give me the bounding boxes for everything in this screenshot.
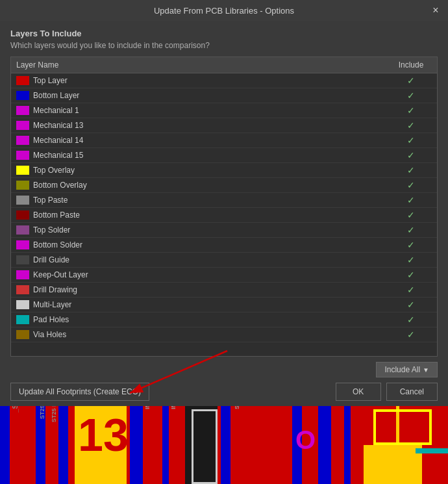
- cancel-button[interactable]: Cancel: [386, 383, 438, 401]
- layer-rows: Top Layer ✓ Bottom Layer ✓ Mechanical 1 …: [11, 73, 437, 342]
- include-checkbox-cell[interactable]: ✓: [385, 298, 437, 312]
- layer-color-swatch: [16, 106, 29, 115]
- layer-color-swatch: [16, 285, 29, 294]
- layer-color-swatch: [16, 196, 29, 205]
- table-row[interactable]: Drill Guide ✓: [11, 253, 437, 268]
- check-icon: ✓: [407, 180, 415, 190]
- close-button[interactable]: ×: [430, 5, 442, 16]
- pcb-text-label: INK_: [144, 406, 151, 409]
- include-checkbox-cell[interactable]: ✓: [385, 133, 437, 148]
- layer-color-swatch: [16, 300, 29, 309]
- table-row[interactable]: Drill Drawing ✓: [11, 283, 437, 298]
- section-desc: Which layers would you like to include i…: [10, 41, 438, 50]
- pcb-text-label: _SCL: [12, 406, 19, 413]
- pcb-stripe: [221, 406, 230, 484]
- table-row[interactable]: Top Paste ✓: [11, 193, 437, 208]
- include-checkbox-cell[interactable]: ✓: [385, 88, 437, 103]
- include-checkbox-cell[interactable]: ✓: [385, 148, 437, 163]
- layer-name-text: Mechanical 13: [33, 121, 83, 130]
- layer-name-text: Top Paste: [33, 196, 68, 205]
- include-checkbox-cell[interactable]: ✓: [385, 73, 437, 88]
- table-row[interactable]: Via Holes ✓: [11, 327, 437, 342]
- layer-name-text: Top Overlay: [33, 166, 75, 175]
- include-checkbox-cell[interactable]: ✓: [385, 178, 437, 193]
- layer-color-swatch: [16, 181, 29, 190]
- ok-cancel-group: OK Cancel: [336, 383, 438, 401]
- layer-color-swatch: [16, 121, 29, 130]
- layer-name-text: Bottom Solder: [33, 240, 82, 249]
- pcb-outline-yellow: [373, 409, 432, 445]
- include-checkbox-cell[interactable]: ✓: [385, 253, 437, 268]
- include-checkbox-cell[interactable]: ✓: [385, 163, 437, 178]
- layer-color-swatch: [16, 255, 29, 264]
- check-icon: ✓: [407, 75, 415, 86]
- ok-button[interactable]: OK: [336, 383, 381, 401]
- table-row[interactable]: Bottom Overlay ✓: [11, 178, 437, 193]
- table-row[interactable]: Bottom Solder ✓: [11, 238, 437, 253]
- include-checkbox-cell[interactable]: ✓: [385, 283, 437, 298]
- bottom-section: Include All ▼ Update All Footprints (Cre…: [10, 362, 438, 401]
- table-row[interactable]: Multi-Layer ✓: [11, 298, 437, 312]
- pcb-stripe: [318, 406, 331, 484]
- include-all-button[interactable]: Include All ▼: [376, 362, 438, 377]
- layer-name-text: Bottom Layer: [33, 91, 79, 100]
- table-row[interactable]: Pad Holes ✓: [11, 312, 437, 327]
- table-row[interactable]: Keep-Out Layer ✓: [11, 268, 437, 283]
- pcb-stripe-cyan: [416, 448, 448, 453]
- pcb-text-label: ST25 GPO: [39, 406, 45, 419]
- include-checkbox-cell[interactable]: ✓: [385, 118, 437, 133]
- table-row[interactable]: Top Overlay ✓: [11, 163, 437, 178]
- layer-name-cell: Drill Drawing: [11, 283, 385, 298]
- include-checkbox-cell[interactable]: ✓: [385, 208, 437, 223]
- title-bar: Update From PCB Libraries - Options ×: [0, 0, 448, 21]
- col-include: Include: [385, 57, 437, 73]
- include-checkbox-cell[interactable]: ✓: [385, 327, 437, 342]
- pcb-text-label: ST25 LP: [51, 406, 57, 422]
- layer-name-cell: Mechanical 13: [11, 118, 385, 133]
- dialog-body: Layers To Include Which layers would you…: [0, 21, 448, 406]
- table-row[interactable]: Bottom Paste ✓: [11, 208, 437, 223]
- table-row[interactable]: Mechanical 14 ✓: [11, 133, 437, 148]
- include-checkbox-cell[interactable]: ✓: [385, 268, 437, 283]
- update-footprints-button[interactable]: Update All Footprints (Create ECO): [10, 383, 149, 401]
- pcb-text-label: SY: [234, 406, 240, 409]
- check-icon: ✓: [407, 299, 415, 310]
- layer-name-cell: Pad Holes: [11, 312, 385, 327]
- table-row[interactable]: Mechanical 1 ✓: [11, 103, 437, 118]
- layer-color-swatch: [16, 166, 29, 175]
- include-checkbox-cell[interactable]: ✓: [385, 238, 437, 253]
- include-checkbox-cell[interactable]: ✓: [385, 103, 437, 118]
- check-icon: ✓: [407, 255, 415, 265]
- pcb-stripe: [344, 406, 351, 484]
- dropdown-arrow-icon: ▼: [423, 366, 429, 374]
- layer-color-swatch: [16, 225, 29, 235]
- layer-name-text: Mechanical 15: [33, 151, 83, 160]
- pcb-stripe: [58, 406, 68, 484]
- table-header-row: Layer Name Include: [11, 57, 437, 73]
- include-checkbox-cell[interactable]: ✓: [385, 312, 437, 327]
- include-checkbox-cell[interactable]: ✓: [385, 223, 437, 238]
- check-icon: ✓: [407, 120, 415, 131]
- table-row[interactable]: Mechanical 15 ✓: [11, 148, 437, 163]
- table-row[interactable]: Bottom Layer ✓: [11, 88, 437, 103]
- pcb-graphic: 13: [78, 409, 129, 461]
- check-icon: ✓: [407, 210, 415, 220]
- include-all-row: Include All ▼: [10, 362, 438, 377]
- layer-color-swatch: [16, 91, 29, 100]
- section-label: Layers To Include: [10, 29, 438, 38]
- layer-name-cell: Top Paste: [11, 193, 385, 208]
- layer-name-cell: Top Layer: [11, 73, 385, 88]
- layer-name-cell: Bottom Paste: [11, 208, 385, 223]
- table-row[interactable]: Mechanical 13 ✓: [11, 118, 437, 133]
- layer-name-cell: Mechanical 14: [11, 133, 385, 148]
- table-row[interactable]: Top Layer ✓: [11, 73, 437, 88]
- layer-name-cell: Drill Guide: [11, 253, 385, 268]
- check-icon: ✓: [407, 314, 415, 325]
- check-icon: ✓: [407, 150, 415, 160]
- layer-name-text: Drill Guide: [33, 255, 69, 264]
- layer-color-swatch: [16, 151, 29, 160]
- layer-color-swatch: [16, 240, 29, 249]
- table-row[interactable]: Top Solder ✓: [11, 223, 437, 238]
- include-checkbox-cell[interactable]: ✓: [385, 193, 437, 208]
- layers-table: Layer Name Include Top Layer ✓ Bottom La…: [11, 57, 437, 342]
